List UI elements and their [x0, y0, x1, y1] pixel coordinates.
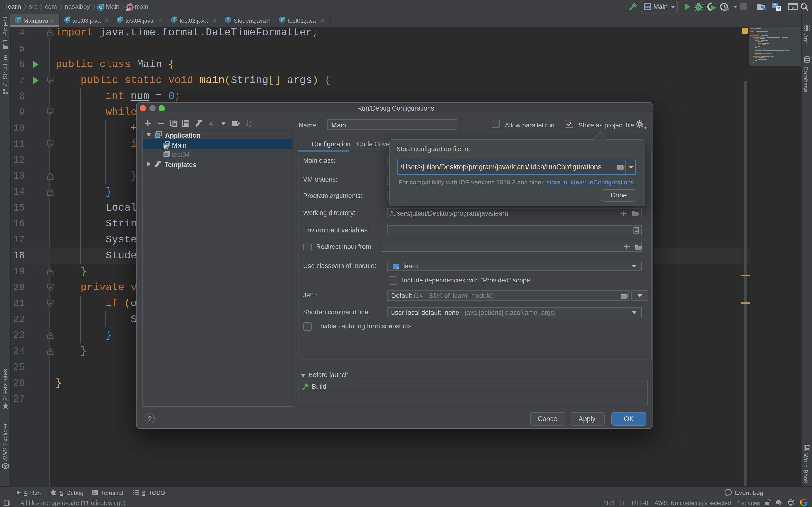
svg-text:a: a [249, 119, 251, 123]
svg-text:C: C [226, 18, 230, 22]
svg-text:G: G [773, 3, 777, 8]
svg-text:z: z [249, 123, 251, 127]
